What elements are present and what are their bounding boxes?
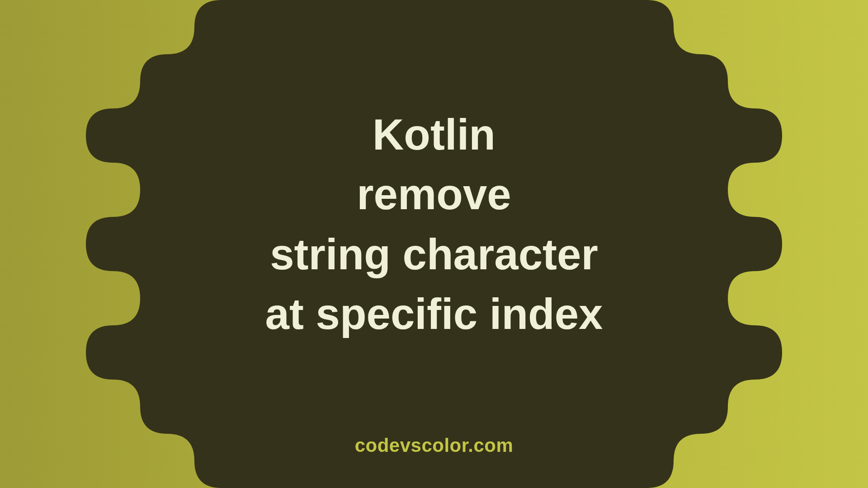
watermark-text: codevscolor.com: [355, 435, 514, 456]
graphic-title: Kotlin remove string character at specif…: [265, 105, 603, 344]
graphic-canvas: Kotlin remove string character at specif…: [0, 0, 868, 488]
